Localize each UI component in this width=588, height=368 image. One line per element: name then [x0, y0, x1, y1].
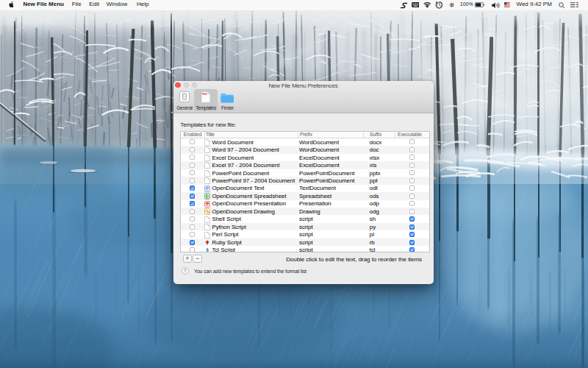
svg-text:FILE: FILE [202, 93, 208, 96]
